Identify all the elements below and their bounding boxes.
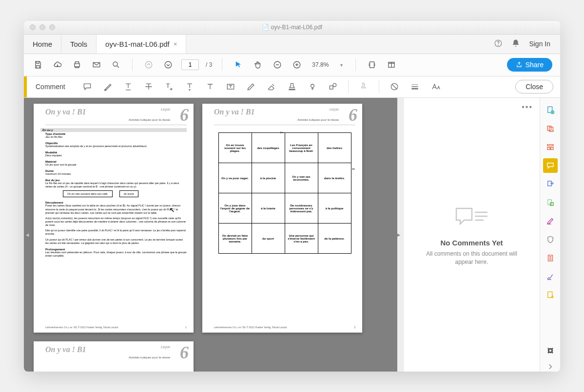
objectifs-v: Systématisation des emplois de y et en (…: [45, 145, 187, 148]
scissors-icon: ✂: [280, 131, 284, 135]
pin-icon[interactable]: [355, 78, 372, 95]
protect-icon[interactable]: [543, 232, 558, 247]
lesson-number-2: 6: [349, 105, 357, 125]
insert-text-icon[interactable]: [181, 78, 198, 95]
text-box-icon[interactable]: [222, 78, 239, 95]
redact-icon[interactable]: [543, 195, 558, 210]
lecon-label-3: Leçon: [161, 345, 170, 349]
page-down-icon[interactable]: [162, 58, 175, 71]
help-icon[interactable]: [494, 39, 503, 49]
footer-text-1: Lehrwerkservice On y va ! B1 © 2012 Hueb…: [45, 326, 118, 329]
zoom-out-icon[interactable]: [271, 58, 284, 71]
subtitle-label-3: Activités ludiques pour la classe: [129, 356, 170, 359]
pencil-icon[interactable]: [243, 78, 259, 95]
compress-icon[interactable]: [543, 251, 558, 265]
eraser-icon[interactable]: [263, 78, 280, 95]
share-button[interactable]: Share: [507, 58, 552, 72]
svg-rect-22: [550, 147, 553, 149]
subtitle-label-2: Activités ludiques pour la classe: [297, 118, 339, 121]
edit-pdf-icon[interactable]: [543, 140, 558, 154]
line-weight-icon[interactable]: [407, 78, 423, 95]
zoom-in-icon[interactable]: [291, 58, 303, 71]
close-window-icon[interactable]: [30, 24, 36, 30]
titlebar: 📄oyv-B1-mat-L06.pdf: [24, 21, 560, 35]
hand-tool-icon[interactable]: [252, 58, 264, 71]
page-num-2: 2: [354, 326, 355, 329]
highlight-icon[interactable]: [99, 78, 116, 95]
card: On y va pour nager.: [218, 163, 252, 193]
lecon-label-2: Leçon: [330, 108, 339, 111]
export-pdf-icon[interactable]: [543, 214, 558, 228]
save-icon[interactable]: [32, 58, 44, 71]
svg-point-6: [165, 61, 172, 68]
comment-tool-icon[interactable]: [543, 158, 558, 173]
close-tab-icon[interactable]: ×: [174, 40, 177, 48]
card: On y met ses économies.: [285, 163, 318, 193]
comment-toolbar: Comment Close: [24, 76, 560, 98]
font-icon[interactable]: [427, 78, 444, 95]
collapse-rail-icon[interactable]: [543, 362, 558, 372]
card: de la patience.: [318, 223, 351, 254]
sign-in-link[interactable]: Sign In: [529, 40, 550, 48]
fill-sign-icon[interactable]: [543, 269, 558, 284]
tab-home[interactable]: Home: [24, 35, 61, 54]
prolongement-v: Les résultats sont présentés en plénum. …: [45, 251, 187, 258]
email-icon[interactable]: [90, 58, 103, 71]
but-v: Le flic-flac est un jeu de rapidité dans…: [45, 182, 187, 188]
fit-width-icon[interactable]: [366, 58, 378, 71]
tab-tools[interactable]: Tools: [61, 35, 97, 54]
replace-text-icon[interactable]: [161, 78, 177, 95]
shapes-icon[interactable]: [325, 78, 341, 95]
card: Une personne qui s'énerve facilement n'e…: [285, 223, 318, 254]
send-for-sign-icon[interactable]: [543, 288, 558, 302]
search-icon[interactable]: [110, 58, 122, 71]
modalite-v: Deux équipes: [45, 154, 187, 157]
panel-splitter[interactable]: [397, 98, 403, 372]
svg-rect-9: [370, 62, 374, 68]
add-text-icon[interactable]: [202, 78, 218, 95]
svg-point-12: [311, 84, 314, 88]
no-comments-icon: [452, 203, 491, 232]
bell-icon[interactable]: [511, 39, 520, 49]
create-pdf-icon[interactable]: [543, 103, 558, 117]
page-display-icon[interactable]: [385, 58, 398, 71]
no-comments-subtitle: All comments on this document will appea…: [418, 250, 525, 266]
traffic-lights: [30, 24, 55, 30]
stamp-icon[interactable]: [284, 78, 300, 95]
tab-document[interactable]: oyv-B1-mat-L06.pdf ×: [97, 35, 186, 54]
svg-point-1: [498, 45, 499, 45]
share-button-label: Share: [526, 61, 544, 69]
color-icon[interactable]: [386, 78, 403, 95]
card: Les Français en consomment beaucoup à No…: [285, 132, 318, 163]
lesson-number-3: 6: [180, 342, 189, 363]
svg-rect-2: [75, 64, 80, 67]
combine-files-icon[interactable]: [543, 121, 558, 136]
duree-v: maximum 10 minutes: [45, 172, 187, 176]
scissors-icon-2: ✂: [352, 167, 355, 171]
more-tools-icon[interactable]: [543, 343, 558, 358]
strikethrough-icon[interactable]: [140, 78, 157, 95]
maximize-window-icon[interactable]: [49, 24, 55, 30]
pdf-page-1: On y va ! B1 Leçon Activités ludiques po…: [34, 104, 194, 333]
materiel-v: Un jeu pour tout le groupe: [45, 163, 187, 167]
page-up-icon[interactable]: [142, 58, 155, 71]
close-comment-button[interactable]: Close: [515, 80, 553, 93]
tools-rail: [540, 98, 560, 372]
zoom-level-label: 37.8%: [312, 61, 329, 68]
select-tool-icon[interactable]: [232, 58, 245, 71]
print-icon[interactable]: [71, 58, 83, 71]
content-area: On y va ! B1 Leçon Activités ludiques po…: [24, 98, 560, 372]
cloud-icon[interactable]: [51, 58, 64, 71]
underline-icon[interactable]: [120, 78, 136, 95]
organize-pages-icon[interactable]: [543, 177, 558, 191]
app-window: 📄oyv-B1-mat-L06.pdf Home Tools oyv-B1-ma…: [24, 21, 560, 372]
minimize-window-icon[interactable]: [39, 24, 45, 30]
lesson-number: 6: [180, 105, 189, 125]
document-viewport[interactable]: On y va ! B1 Leçon Activités ludiques po…: [24, 98, 397, 372]
deroulement-v3: Dès qu'un joueur identifie une paire pos…: [45, 229, 187, 236]
page-number-input[interactable]: [181, 59, 199, 70]
sticky-note-icon[interactable]: [79, 78, 96, 95]
zoom-dropdown-icon[interactable]: ▾: [337, 62, 346, 68]
attach-icon[interactable]: [304, 78, 321, 95]
comments-menu-icon[interactable]: •••: [522, 103, 533, 112]
